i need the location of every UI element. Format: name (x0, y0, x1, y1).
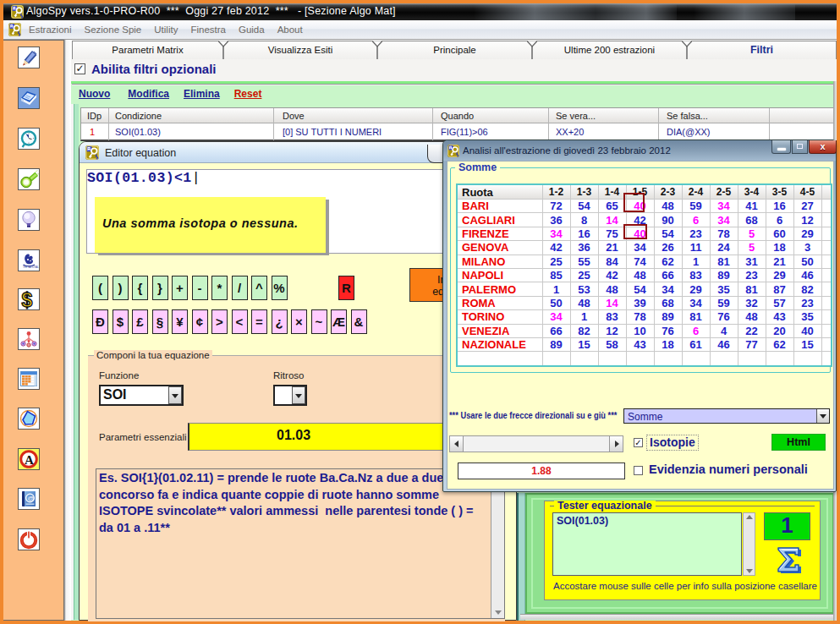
svg-text:THE NATIONAL LOTTERY: THE NATIONAL LOTTERY (23, 265, 39, 269)
svg-text:$: $ (22, 289, 33, 309)
svg-text:A: A (25, 453, 34, 467)
svg-text:@: @ (28, 495, 35, 502)
